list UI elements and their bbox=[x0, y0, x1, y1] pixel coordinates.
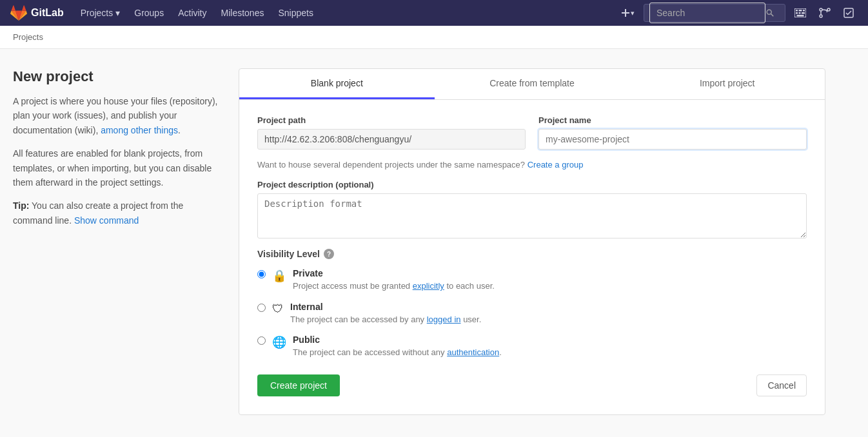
description-input[interactable] bbox=[257, 193, 807, 238]
svg-point-14 bbox=[827, 8, 830, 11]
sidebar: New project A project is where you house… bbox=[13, 68, 219, 415]
new-project-form-panel: Blank project Create from template Impor… bbox=[239, 68, 825, 415]
visibility-internal-radio[interactable] bbox=[257, 304, 266, 312]
visibility-private-option: 🔒 Private Project access must be granted… bbox=[257, 268, 807, 293]
path-name-row: Project path Project name bbox=[257, 115, 807, 150]
nav-groups[interactable]: Groups bbox=[128, 0, 170, 26]
project-path-label: Project path bbox=[257, 115, 526, 125]
brand-logo[interactable]: GitLab bbox=[10, 5, 64, 21]
among-other-things-link[interactable]: among other things bbox=[101, 125, 178, 135]
project-path-input[interactable] bbox=[257, 129, 526, 150]
breadcrumb: Projects bbox=[0, 26, 868, 49]
create-group-link[interactable]: Create a group bbox=[528, 160, 584, 170]
visibility-label: Visibility Level ? bbox=[257, 249, 807, 259]
nav-right: ▾ bbox=[616, 4, 858, 22]
merge-requests-button[interactable] bbox=[815, 5, 834, 21]
navigation: GitLab Projects ▾ Groups Activity Milest… bbox=[0, 0, 868, 26]
search-input[interactable] bbox=[649, 3, 765, 23]
visibility-help-icon[interactable]: ? bbox=[324, 249, 334, 259]
nav-projects[interactable]: Projects ▾ bbox=[74, 0, 127, 26]
visibility-public-radio[interactable] bbox=[257, 336, 266, 345]
search-icon bbox=[765, 8, 774, 17]
svg-rect-1 bbox=[622, 12, 629, 14]
tab-import-project[interactable]: Import project bbox=[629, 69, 825, 99]
svg-point-2 bbox=[767, 10, 771, 14]
page-title: New project bbox=[13, 68, 219, 85]
sidebar-desc1: A project is where you house your files … bbox=[13, 94, 219, 137]
description-group: Project description (optional) bbox=[257, 180, 807, 238]
description-label: Project description (optional) bbox=[257, 180, 807, 189]
svg-point-13 bbox=[820, 15, 822, 17]
sidebar-tip: Tip: You can also create a project from … bbox=[13, 199, 219, 228]
visibility-private-desc: Project access must be granted explicitl… bbox=[293, 280, 495, 293]
visibility-internal-desc: The project can be accessed by any logge… bbox=[290, 313, 481, 326]
visibility-internal-option: 🛡 Internal The project can be accessed b… bbox=[257, 302, 807, 326]
sidebar-desc2: All features are enabled for blank proje… bbox=[13, 146, 219, 189]
project-name-label: Project name bbox=[538, 115, 807, 125]
chevron-down-icon: ▾ bbox=[115, 8, 120, 18]
search-bar bbox=[644, 4, 785, 22]
svg-rect-11 bbox=[797, 15, 804, 17]
nav-snippets[interactable]: Snippets bbox=[271, 0, 319, 26]
todos-button[interactable] bbox=[840, 5, 858, 21]
nav-activity[interactable]: Activity bbox=[172, 0, 213, 26]
logged-in-link[interactable]: logged in bbox=[427, 315, 461, 324]
chevron-down-icon: ▾ bbox=[631, 9, 635, 17]
form-body: Project path Project name Want to house … bbox=[239, 100, 825, 414]
namespace-hint: Want to house several dependent projects… bbox=[257, 160, 807, 170]
visibility-private-label: Private bbox=[293, 268, 495, 278]
globe-icon: 🌐 bbox=[272, 335, 286, 349]
svg-rect-6 bbox=[799, 10, 802, 12]
keyboard-shortcut-button[interactable] bbox=[791, 6, 810, 20]
show-command-link[interactable]: Show command bbox=[74, 215, 139, 226]
authentication-link[interactable]: authentication bbox=[447, 347, 499, 357]
svg-rect-7 bbox=[803, 10, 805, 12]
tip-label: Tip: bbox=[13, 200, 29, 211]
svg-line-3 bbox=[771, 14, 774, 17]
visibility-public-option: 🌐 Public The project can be accessed wit… bbox=[257, 335, 807, 359]
cancel-button[interactable]: Cancel bbox=[756, 374, 807, 396]
project-name-input[interactable] bbox=[538, 129, 807, 150]
tab-blank-project[interactable]: Blank project bbox=[239, 69, 435, 99]
svg-rect-10 bbox=[802, 12, 805, 14]
project-name-group: Project name bbox=[538, 115, 807, 150]
merge-requests-icon bbox=[819, 8, 831, 18]
gitlab-logo-svg bbox=[10, 5, 27, 21]
nav-milestones[interactable]: Milestones bbox=[215, 0, 271, 26]
visibility-public-label: Public bbox=[293, 335, 502, 345]
project-tabs: Blank project Create from template Impor… bbox=[239, 69, 825, 100]
brand-name: GitLab bbox=[31, 7, 64, 19]
visibility-public-desc: The project can be accessed without any … bbox=[293, 346, 502, 359]
lock-icon: 🔒 bbox=[272, 269, 286, 283]
project-path-group: Project path bbox=[257, 115, 526, 150]
svg-rect-5 bbox=[796, 10, 798, 12]
svg-rect-9 bbox=[799, 12, 801, 14]
nav-links: Projects ▾ Groups Activity Milestones Sn… bbox=[74, 0, 616, 26]
visibility-private-radio[interactable] bbox=[257, 270, 266, 278]
visibility-internal-label: Internal bbox=[290, 302, 481, 312]
explicitly-link[interactable]: explicitly bbox=[413, 281, 444, 291]
todos-icon bbox=[843, 8, 854, 18]
shield-icon: 🛡 bbox=[272, 302, 284, 316]
keyboard-icon bbox=[794, 8, 806, 17]
new-item-button[interactable]: ▾ bbox=[616, 5, 638, 21]
tab-create-from-template[interactable]: Create from template bbox=[435, 69, 630, 99]
svg-point-12 bbox=[820, 8, 822, 11]
footer-watermark: https://blog.csdn.net/weixin_43581982 bbox=[0, 434, 868, 438]
form-actions: Create project Cancel bbox=[257, 374, 807, 396]
svg-rect-8 bbox=[796, 12, 798, 14]
visibility-section: Visibility Level ? 🔒 Private Project acc… bbox=[257, 249, 807, 359]
create-project-button[interactable]: Create project bbox=[257, 374, 340, 396]
